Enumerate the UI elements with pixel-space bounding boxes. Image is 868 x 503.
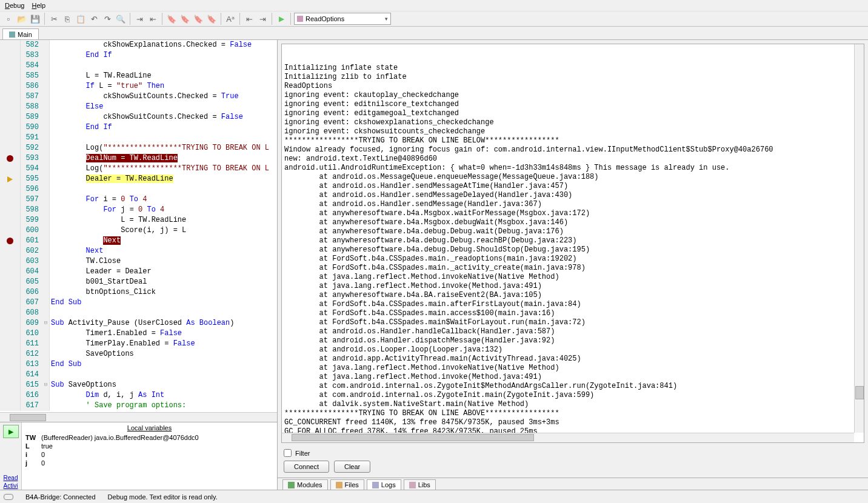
fold-gutter[interactable] — [42, 195, 50, 205]
tab-libs[interactable]: Libs — [404, 479, 436, 490]
breakpoint-gutter[interactable] — [0, 92, 21, 102]
menu-help[interactable]: Help — [32, 2, 45, 9]
breakpoint-gutter[interactable] — [0, 143, 21, 153]
bookmark-icon[interactable]: 🔖 — [205, 13, 218, 25]
code-line[interactable]: 601 Next — [0, 236, 277, 246]
code-line[interactable]: 605 b001_StartDeal — [0, 277, 277, 287]
breakpoint-gutter[interactable] — [0, 349, 21, 359]
fold-gutter[interactable] — [42, 205, 50, 215]
code-line[interactable]: 588 Else — [0, 102, 277, 112]
breakpoint-gutter[interactable] — [0, 380, 21, 390]
breakpoint-gutter[interactable] — [0, 370, 21, 380]
fold-gutter[interactable] — [42, 61, 50, 71]
code-line[interactable]: 587 ckShowSuitCounts.Checked = True — [0, 92, 277, 102]
format-icon[interactable]: Aᵃ — [224, 13, 236, 25]
code-line[interactable]: 585 L = TW.ReadLine — [0, 71, 277, 81]
fold-gutter[interactable] — [42, 40, 50, 50]
breakpoint-gutter[interactable] — [0, 256, 21, 267]
fold-gutter[interactable] — [42, 256, 50, 267]
code-line[interactable]: 593 DealNum = TW.ReadLine — [0, 153, 277, 164]
breakpoint-gutter[interactable] — [0, 81, 21, 92]
fold-gutter[interactable] — [42, 349, 50, 359]
fold-gutter[interactable] — [42, 92, 50, 102]
breakpoint-gutter[interactable] — [0, 40, 21, 50]
code-line[interactable]: 602 Next — [0, 246, 277, 256]
fold-gutter[interactable] — [42, 81, 50, 92]
save-icon[interactable]: 💾 — [29, 13, 41, 25]
copy-icon[interactable]: ⎘ — [61, 13, 73, 25]
activity-link[interactable]: Activi — [4, 482, 18, 490]
breakpoint-gutter[interactable] — [0, 102, 21, 112]
code-line[interactable]: 606 btnOptions_Click — [0, 287, 277, 298]
fold-gutter[interactable] — [42, 328, 50, 339]
fold-gutter[interactable] — [42, 277, 50, 287]
fold-gutter[interactable] — [42, 50, 50, 61]
open-icon[interactable]: 📂 — [16, 13, 28, 25]
continue-button[interactable]: ▶ — [3, 425, 19, 438]
breakpoint-gutter[interactable] — [0, 61, 21, 71]
code-line[interactable]: 598 For j = 0 To 4 — [0, 205, 277, 215]
code-line[interactable]: 616 Dim d, i, j As Int — [0, 390, 277, 401]
indent-icon[interactable]: ⇥ — [256, 13, 269, 25]
breakpoint-gutter[interactable] — [0, 277, 21, 287]
filter-checkbox[interactable] — [284, 449, 292, 457]
log-vscroll[interactable] — [854, 44, 864, 433]
fold-gutter[interactable] — [42, 225, 50, 236]
breakpoint-gutter[interactable] — [0, 236, 21, 246]
code-line[interactable]: 600 Score(i, j) = L — [0, 225, 277, 236]
code-line[interactable]: 615⊟Sub SaveOptions — [0, 380, 277, 390]
breakpoint-gutter[interactable] — [0, 50, 21, 61]
code-line[interactable]: 603 TW.Close — [0, 256, 277, 267]
breakpoint-gutter[interactable] — [0, 184, 21, 195]
local-var-row[interactable]: Ltrue — [22, 442, 277, 450]
fold-gutter[interactable] — [42, 102, 50, 112]
tab-main[interactable]: Main — [2, 28, 39, 39]
breakpoint-gutter[interactable] — [0, 359, 21, 370]
fold-gutter[interactable] — [42, 215, 50, 225]
redo-icon[interactable]: ↷ — [101, 13, 113, 25]
log-hscroll[interactable] — [282, 433, 854, 442]
fold-gutter[interactable] — [42, 112, 50, 122]
tab-modules[interactable]: Modules — [282, 479, 328, 490]
fold-gutter[interactable] — [42, 308, 50, 318]
breakpoint-gutter[interactable] — [0, 328, 21, 339]
breakpoint-gutter[interactable] — [0, 246, 21, 256]
code-line[interactable]: 610 Timer1.Enabled = False — [0, 328, 277, 339]
fold-gutter[interactable] — [42, 390, 50, 401]
code-line[interactable]: 592 Log("*****************TRYING TO BREA… — [0, 143, 277, 153]
code-line[interactable]: 589 ckShowSuitCounts.Checked = False — [0, 112, 277, 122]
fold-gutter[interactable] — [42, 71, 50, 81]
fold-gutter[interactable] — [42, 164, 50, 174]
breakpoint-gutter[interactable] — [0, 287, 21, 298]
code-line[interactable]: 597 For i = 0 To 4 — [0, 195, 277, 205]
fold-gutter[interactable] — [42, 359, 50, 370]
breakpoint-gutter[interactable] — [0, 153, 21, 164]
breakpoint-gutter[interactable] — [0, 174, 21, 184]
fold-gutter[interactable] — [42, 339, 50, 349]
fold-gutter[interactable] — [42, 267, 50, 277]
breakpoint-gutter[interactable] — [0, 308, 21, 318]
fold-gutter[interactable] — [42, 298, 50, 308]
fold-gutter[interactable] — [42, 246, 50, 256]
cut-icon[interactable]: ✂ — [48, 13, 60, 25]
code-line[interactable]: 613End Sub — [0, 359, 277, 370]
breakpoint-gutter[interactable] — [0, 205, 21, 215]
breakpoint-gutter[interactable] — [0, 318, 21, 328]
sub-combo[interactable]: ReadOptions — [294, 13, 391, 25]
code-line[interactable]: 608 — [0, 308, 277, 318]
code-line[interactable]: 599 L = TW.ReadLine — [0, 215, 277, 225]
clear-button[interactable]: Clear — [334, 461, 370, 473]
breakpoint-gutter[interactable] — [0, 401, 21, 411]
code-line[interactable]: 586 If L = "true" Then — [0, 81, 277, 92]
code-line[interactable]: 583 End If — [0, 50, 277, 61]
local-var-row[interactable]: i0 — [22, 450, 277, 459]
code-line[interactable]: 614 — [0, 370, 277, 380]
breakpoint-gutter[interactable] — [0, 298, 21, 308]
bookmark-icon[interactable]: 🔖 — [179, 13, 191, 25]
code-line[interactable]: 617 ' Save program options: — [0, 401, 277, 411]
fold-gutter[interactable]: ⊟ — [42, 380, 50, 390]
code-line[interactable]: 590 End If — [0, 122, 277, 133]
breakpoint-gutter[interactable] — [0, 133, 21, 143]
code-line[interactable]: 584 — [0, 61, 277, 71]
code-line[interactable]: 594 Log("*****************TRYING TO BREA… — [0, 164, 277, 174]
